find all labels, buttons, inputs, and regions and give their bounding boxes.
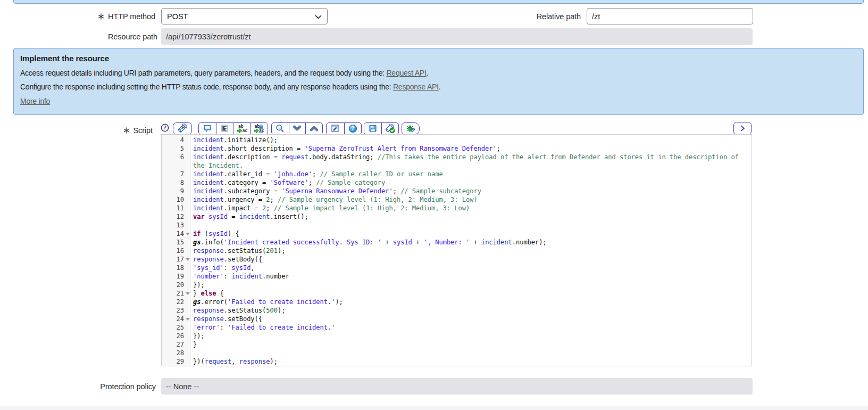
- fold-gutter: [184, 349, 191, 357]
- line-number: 29: [162, 357, 184, 366]
- save-button[interactable]: [364, 123, 381, 134]
- popout-icon: [331, 124, 339, 133]
- line-number: 11: [162, 204, 184, 212]
- http-method-select[interactable]: POST: [161, 8, 328, 24]
- syntax-check-button[interactable]: [381, 123, 398, 134]
- resource-path-field: /api/1077933/zerotrust/zt: [161, 28, 753, 45]
- code-line-23: 23response.setStatus(500);: [162, 306, 752, 315]
- fold-gutter: [184, 281, 191, 289]
- code-line-14: 14if (sysId) {: [162, 229, 752, 238]
- code-text: incident.subcategory = 'Superna Ransomwa…: [191, 187, 752, 195]
- fold-gutter: [184, 221, 191, 229]
- code-line-13: 13: [162, 221, 752, 229]
- fold-gutter: [184, 332, 191, 340]
- line-number: 9: [162, 187, 184, 195]
- editor-help-button[interactable]: ?: [344, 123, 362, 134]
- code-line-28: 28: [162, 349, 752, 357]
- replace-icon: ab ac: [237, 124, 247, 133]
- expand-toolbar-button[interactable]: [733, 122, 752, 135]
- fold-gutter: [184, 178, 191, 187]
- required-icon: [123, 127, 130, 134]
- find-previous-button[interactable]: [305, 123, 322, 134]
- code-text: 'sys_id': sysId,: [191, 264, 752, 272]
- protection-policy-field: -- None --: [161, 378, 753, 395]
- code-line-24: 24response.setBody({: [162, 315, 752, 323]
- line-number: 27: [162, 340, 184, 349]
- line-number: 10: [162, 195, 184, 204]
- code-text: incident.initialize();: [191, 136, 752, 144]
- chevron-down-icon: [293, 125, 302, 132]
- line-number: 20: [162, 281, 184, 289]
- chevron-right-icon: [739, 125, 746, 132]
- fold-arrow-icon[interactable]: [184, 289, 191, 298]
- info-box-title: Implement the resource: [20, 54, 857, 63]
- find-next-button[interactable]: [289, 123, 306, 134]
- protection-policy-label: Protection policy: [0, 378, 156, 395]
- code-line-9: 9incident.subcategory = 'Superna Ransomw…: [162, 187, 752, 195]
- code-text: incident.impact = 2; // Sample impact le…: [191, 204, 752, 212]
- required-icon: [98, 13, 104, 20]
- response-api-link[interactable]: Response API: [393, 83, 439, 91]
- code-line-18: 18'sys_id': sysId,: [162, 264, 752, 272]
- help-icon: ?: [348, 124, 357, 133]
- code-text: });: [191, 281, 752, 289]
- scripting-assistance-button[interactable]: [173, 122, 193, 135]
- editor-window-group: ?: [326, 122, 362, 135]
- code-text: if (sysId) {: [191, 229, 752, 238]
- toggle-comment-button[interactable]: [199, 123, 216, 134]
- svg-text:?: ?: [163, 125, 166, 130]
- code-line-12: 12var sysId = incident.insert();: [162, 212, 752, 221]
- line-number: 21: [162, 289, 184, 298]
- debug-button[interactable]: [402, 122, 419, 135]
- script-help-icon[interactable]: ?: [161, 124, 169, 132]
- fold-gutter: [184, 323, 191, 332]
- line-number: 28: [162, 349, 184, 357]
- code-line-6: 6incident.description = request.body.dat…: [162, 153, 752, 170]
- line-number: 23: [162, 306, 184, 315]
- code-text: incident.description = request.body.data…: [191, 153, 752, 170]
- code-line-25: 25'error': 'Failed to create incident.': [162, 323, 752, 332]
- debug-bug-icon: [406, 124, 415, 133]
- code-text: });: [191, 332, 752, 340]
- request-api-link[interactable]: Request API: [386, 69, 426, 77]
- fold-arrow-icon[interactable]: [184, 315, 191, 323]
- open-fullscreen-button[interactable]: [327, 123, 344, 134]
- fold-gutter: [184, 204, 191, 212]
- replace-button[interactable]: ab ac: [233, 123, 250, 134]
- code-text: gs.error('Failed to create incident.');: [191, 298, 752, 306]
- fold-gutter: [184, 247, 191, 255]
- code-line-26: 26});: [162, 332, 752, 340]
- code-text: response.setBody({: [191, 255, 752, 264]
- svg-text:?: ?: [351, 125, 354, 132]
- line-number: 24: [162, 315, 184, 323]
- editor-search-group: [271, 122, 323, 135]
- code-text: incident.urgency = 2; // Sample urgency …: [191, 195, 752, 204]
- code-line-27: 27}: [162, 340, 752, 349]
- code-line-10: 10incident.urgency = 2; // Sample urgenc…: [162, 195, 752, 204]
- relative-path-label: Relative path: [425, 8, 581, 24]
- line-number: 15: [162, 238, 184, 247]
- replace-all-button[interactable]: ab ac: [250, 123, 267, 134]
- script-code-editor[interactable]: 4incident.initialize();5incident.short_d…: [161, 134, 752, 366]
- fold-arrow-icon[interactable]: [184, 255, 191, 264]
- code-text: } else {: [191, 289, 752, 298]
- code-line-20: 20});: [162, 281, 752, 289]
- code-line-7: 7incident.caller_id = 'john.doe'; // Sam…: [162, 170, 752, 178]
- fold-arrow-icon[interactable]: [184, 229, 191, 238]
- code-text: })(request, response);: [191, 357, 752, 366]
- code-text: var sysId = incident.insert();: [191, 212, 752, 221]
- code-line-4: 4incident.initialize();: [162, 136, 752, 144]
- code-text: 'error': 'Failed to create incident.': [191, 323, 752, 332]
- code-text: response.setStatus(500);: [191, 306, 752, 315]
- line-number: 13: [162, 221, 184, 229]
- code-text: [191, 349, 752, 357]
- code-text: incident.caller_id = 'john.doe'; // Samp…: [191, 170, 752, 178]
- more-info-link[interactable]: More info: [20, 97, 50, 105]
- code-line-22: 22gs.error('Failed to create incident.')…: [162, 298, 752, 306]
- code-text: 'number': incident.number: [191, 272, 752, 281]
- more-info-link-line: More info: [20, 96, 857, 106]
- relative-path-input[interactable]: /zt: [587, 8, 753, 24]
- chevron-up-icon: [310, 125, 319, 132]
- format-code-button[interactable]: [216, 123, 233, 134]
- search-button[interactable]: [272, 123, 289, 134]
